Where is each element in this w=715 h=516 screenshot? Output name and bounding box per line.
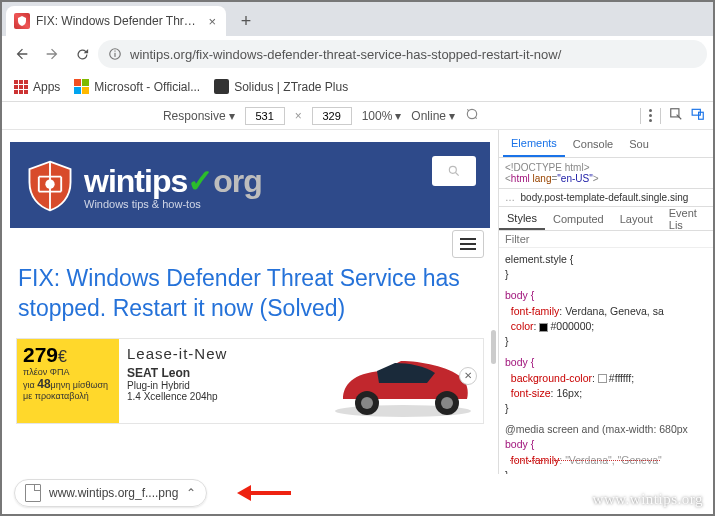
back-button[interactable] — [8, 40, 36, 68]
svg-rect-2 — [114, 51, 115, 52]
subtab-event[interactable]: Event Lis — [661, 207, 713, 230]
tab-console[interactable]: Console — [565, 130, 621, 157]
devtools-panel: Elements Console Sou <!DOCTYPE html> <ht… — [498, 130, 713, 492]
file-icon — [25, 484, 41, 502]
tab-elements[interactable]: Elements — [503, 130, 565, 157]
download-chip[interactable]: www.wintips.org_f....png ⌃ — [14, 479, 207, 507]
tab-sources[interactable]: Sou — [621, 130, 657, 157]
site-brand: wintips✓org — [84, 162, 262, 200]
apps-icon — [14, 80, 28, 94]
microsoft-icon — [74, 79, 89, 94]
styles-subtabs: Styles Computed Layout Event Lis — [499, 207, 713, 231]
apps-button[interactable]: Apps — [10, 78, 64, 96]
site-header: wintips✓org Windows tips & how-tos — [10, 142, 490, 228]
ad-text-block: Lease-it-New SEAT Leon Plug-in Hybrid 1.… — [119, 339, 323, 423]
rotate-icon[interactable] — [465, 107, 479, 124]
bookmark-solidus[interactable]: Solidus | ZTrade Plus — [210, 77, 352, 96]
page-viewport: wintips✓org Windows tips & how-tos FIX: … — [2, 130, 498, 492]
tab-title: FIX: Windows Defender Threat Se — [36, 14, 200, 28]
ad-banner[interactable]: 279€ πλέον ΦΠΑ για 48μηνη μίσθωση με προ… — [16, 338, 484, 424]
browser-tab[interactable]: FIX: Windows Defender Threat Se × — [6, 6, 226, 36]
viewport-height-input[interactable] — [312, 107, 352, 125]
svg-rect-1 — [114, 53, 115, 57]
ad-car-image: ✕ — [323, 339, 483, 423]
browser-tab-bar: FIX: Windows Defender Threat Se × + — [2, 2, 713, 36]
address-bar: wintips.org/fix-windows-defender-threat-… — [2, 36, 713, 72]
subtab-layout[interactable]: Layout — [612, 207, 661, 230]
site-favicon — [14, 13, 30, 29]
download-filename: www.wintips.org_f....png — [49, 486, 178, 500]
devtools-tabs: Elements Console Sou — [499, 130, 713, 158]
svg-point-7 — [449, 166, 456, 173]
bookmark-label: Apps — [33, 80, 60, 94]
search-input[interactable] — [432, 156, 476, 186]
device-dropdown[interactable]: Responsive ▾ — [163, 109, 235, 123]
bookmark-label: Solidus | ZTrade Plus — [234, 80, 348, 94]
dimension-separator: × — [295, 109, 302, 123]
url-box[interactable]: wintips.org/fix-windows-defender-threat-… — [98, 40, 707, 68]
site-logo-icon — [22, 158, 78, 214]
svg-point-11 — [361, 397, 373, 409]
zoom-dropdown[interactable]: 100% ▾ — [362, 109, 402, 123]
url-text: wintips.org/fix-windows-defender-threat-… — [130, 47, 561, 62]
watermark: www.wintips.org — [593, 491, 703, 508]
close-icon[interactable]: × — [206, 14, 218, 29]
svg-point-8 — [45, 179, 54, 188]
css-rules[interactable]: element.style {} body { font-family: Ver… — [499, 248, 713, 492]
dom-tree[interactable]: <!DOCTYPE html> <html lang="en-US"> — [499, 158, 713, 189]
arrow-annotation — [233, 482, 293, 504]
bookmarks-bar: Apps Microsoft - Official... Solidus | Z… — [2, 72, 713, 102]
dom-breadcrumb[interactable]: … body.post-template-default.single.sing — [499, 189, 713, 207]
menu-button[interactable] — [452, 230, 484, 258]
main-area: wintips✓org Windows tips & how-tos FIX: … — [2, 130, 713, 492]
scrollbar-thumb[interactable] — [491, 330, 496, 364]
article-title: FIX: Windows Defender Threat Service has… — [10, 228, 490, 334]
ad-price-block: 279€ πλέον ΦΠΑ για 48μηνη μίσθωση με προ… — [17, 339, 119, 423]
info-icon — [108, 47, 122, 61]
subtab-computed[interactable]: Computed — [545, 207, 612, 230]
device-toggle-icon[interactable] — [691, 107, 705, 124]
styles-filter — [499, 231, 713, 248]
ad-close-icon[interactable]: ✕ — [459, 367, 477, 385]
new-tab-button[interactable]: + — [234, 9, 258, 33]
inspect-icon[interactable] — [669, 107, 683, 124]
forward-button[interactable] — [38, 40, 66, 68]
more-icon[interactable] — [649, 109, 652, 122]
subtab-styles[interactable]: Styles — [499, 207, 545, 230]
bookmark-label: Microsoft - Official... — [94, 80, 200, 94]
devtools-device-bar: Responsive ▾ × 100% ▾ Online ▾ — [2, 102, 713, 130]
chevron-down-icon: ▾ — [229, 109, 235, 123]
search-icon — [447, 164, 461, 178]
throttle-dropdown[interactable]: Online ▾ — [411, 109, 455, 123]
reload-button[interactable] — [68, 40, 96, 68]
filter-input[interactable] — [505, 233, 707, 245]
chevron-down-icon: ▾ — [449, 109, 455, 123]
check-icon: ✓ — [187, 163, 213, 199]
solidus-icon — [214, 79, 229, 94]
viewport-width-input[interactable] — [245, 107, 285, 125]
chevron-down-icon: ▾ — [395, 109, 401, 123]
chevron-up-icon[interactable]: ⌃ — [186, 486, 196, 500]
svg-point-13 — [441, 397, 453, 409]
bookmark-microsoft[interactable]: Microsoft - Official... — [70, 77, 204, 96]
